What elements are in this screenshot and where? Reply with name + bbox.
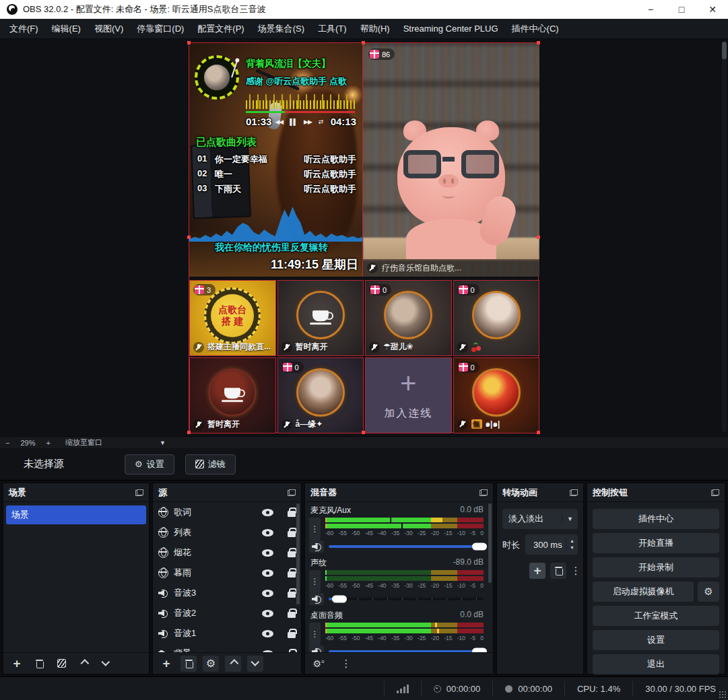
duration-spinner[interactable]: 300 ms ▲ ▼ <box>525 534 578 555</box>
join-link-tile[interactable]: + 加入连线 <box>365 357 452 433</box>
close-button[interactable]: ✕ <box>697 0 728 19</box>
resize-handle[interactable] <box>362 41 365 44</box>
guest-tile[interactable]: 3 点歌台搭 建 搭建主播同款直... <box>189 280 276 356</box>
source-row[interactable]: 音波2 <box>153 603 301 623</box>
guest-tile[interactable]: 暂时离开 <box>189 357 276 433</box>
lock-icon[interactable] <box>288 531 296 537</box>
guest-tile[interactable]: 0 å—缘✦ <box>277 357 364 433</box>
zoom-in-button[interactable]: + <box>40 439 55 447</box>
source-row[interactable]: 列表 <box>153 522 301 542</box>
add-source-button[interactable]: + <box>158 656 174 672</box>
channel-menu-button[interactable]: ⋮ <box>309 623 321 645</box>
advanced-audio-button[interactable]: ⚙o <box>310 656 327 672</box>
resize-handle[interactable] <box>537 41 540 44</box>
mute-toggle-button[interactable] <box>309 645 324 652</box>
remove-scene-button[interactable] <box>31 656 47 672</box>
resize-grip[interactable] <box>719 691 727 699</box>
visibility-eye-icon[interactable] <box>262 549 273 557</box>
slider-handle[interactable] <box>472 543 487 551</box>
visibility-eye-icon[interactable] <box>262 610 273 617</box>
menu-view[interactable]: 视图(V) <box>88 19 130 39</box>
transition-menu-button[interactable]: ⋮ <box>571 563 581 579</box>
channel-menu-button[interactable]: ⋮ <box>309 570 321 593</box>
mute-toggle-button[interactable] <box>309 593 324 605</box>
start-streaming-button[interactable]: 开始直播 <box>593 533 719 553</box>
lock-icon[interactable] <box>288 592 296 598</box>
source-row[interactable]: 音波1 <box>153 623 301 643</box>
properties-button[interactable]: ⚙ 设置 <box>125 454 174 475</box>
resize-handle[interactable] <box>187 431 191 434</box>
resize-handle[interactable] <box>187 41 191 44</box>
resize-handle[interactable] <box>362 431 365 434</box>
add-transition-button[interactable]: + <box>529 563 545 579</box>
guest-tile[interactable]: 0 ☂甜儿❀ <box>365 280 452 356</box>
resize-handle[interactable] <box>537 236 540 239</box>
exit-button[interactable]: 退出 <box>593 654 719 674</box>
lock-icon[interactable] <box>288 612 296 618</box>
studio-mode-button[interactable]: 工作室模式 <box>593 606 719 626</box>
remove-transition-button[interactable] <box>550 563 566 579</box>
menu-help[interactable]: 帮助(H) <box>354 19 397 39</box>
popout-icon[interactable] <box>135 489 143 496</box>
filters-button[interactable]: 滤镜 <box>185 454 236 475</box>
lock-icon[interactable] <box>288 551 296 557</box>
move-source-up-button[interactable] <box>225 656 241 672</box>
chevron-down-icon[interactable]: ▼ <box>160 440 166 446</box>
mute-toggle-button[interactable] <box>309 540 324 553</box>
guest-tile[interactable]: 暂时离开 <box>277 280 364 356</box>
source-row[interactable]: 音波3 <box>153 583 301 603</box>
resize-handle[interactable] <box>537 431 540 434</box>
preview-scrollbar[interactable] <box>722 42 727 432</box>
menu-edit[interactable]: 编辑(E) <box>45 19 88 39</box>
menu-plugin-center[interactable]: 插件中心(C) <box>505 19 566 39</box>
plugin-center-button[interactable]: 插件中心 <box>593 509 719 529</box>
menu-profile[interactable]: 配置文件(P) <box>191 19 251 39</box>
volume-slider[interactable] <box>329 545 484 548</box>
start-recording-button[interactable]: 开始录制 <box>593 557 719 578</box>
move-scene-down-button[interactable] <box>98 656 114 672</box>
source-row[interactable]: 烟花 <box>153 542 301 563</box>
mixer-scrollbar[interactable] <box>488 503 492 583</box>
lock-icon[interactable] <box>288 571 296 578</box>
add-scene-button[interactable]: + <box>9 656 25 672</box>
spin-up-icon[interactable]: ▲ <box>570 538 574 545</box>
visibility-eye-icon[interactable] <box>262 509 273 516</box>
popout-icon[interactable] <box>570 489 578 496</box>
source-row[interactable]: 暮雨 <box>153 563 301 583</box>
popout-icon[interactable] <box>711 489 719 496</box>
menu-docks[interactable]: 停靠窗口(D) <box>130 19 191 39</box>
visibility-eye-icon[interactable] <box>262 630 273 637</box>
source-row[interactable]: 歌词 <box>153 502 301 522</box>
volume-slider[interactable] <box>329 598 484 600</box>
move-source-down-button[interactable] <box>247 656 263 672</box>
guest-tile[interactable]: 0 無 ๑|๑| <box>453 357 540 433</box>
minimize-button[interactable]: − <box>635 0 666 19</box>
scene-filters-button[interactable] <box>53 656 69 672</box>
popout-icon[interactable] <box>479 489 488 496</box>
lock-icon[interactable] <box>288 511 296 517</box>
channel-menu-button[interactable]: ⋮ <box>309 518 321 540</box>
program-canvas[interactable]: 背着风流泪【文夫】 感谢 @听云点歌助手 点歌 01:33 ◀◀ ▌▌ ▶▶ ⇄… <box>189 42 539 433</box>
spin-down-icon[interactable]: ▼ <box>570 545 574 551</box>
sources-scrollbar[interactable] <box>296 503 300 604</box>
mixer-menu-button[interactable]: ⋮ <box>338 656 354 672</box>
menu-streaming-center[interactable]: Streaming Center PLUG <box>397 19 505 39</box>
fit-to-window-select[interactable]: 缩放至窗口 <box>65 438 139 448</box>
scene-list-item[interactable]: 场景 <box>6 505 146 524</box>
maximize-button[interactable]: □ <box>666 0 697 19</box>
menu-file[interactable]: 文件(F) <box>3 19 45 39</box>
menu-scene-collection[interactable]: 场景集合(S) <box>251 19 311 39</box>
guest-tile[interactable]: 0 <box>453 280 540 356</box>
move-scene-up-button[interactable] <box>75 656 92 672</box>
source-properties-button[interactable]: ⚙ <box>203 656 219 672</box>
settings-button[interactable]: 设置 <box>593 630 719 650</box>
remove-source-button[interactable] <box>180 656 197 672</box>
virtual-camera-button[interactable]: 启动虚拟摄像机 <box>593 582 694 602</box>
visibility-eye-icon[interactable] <box>262 569 273 577</box>
virtual-camera-settings-button[interactable]: ⚙ <box>698 582 719 602</box>
resize-handle[interactable] <box>187 236 191 239</box>
transition-select[interactable]: 淡入淡出 ▼ <box>502 509 578 529</box>
popout-icon[interactable] <box>288 489 296 496</box>
zoom-out-button[interactable]: − <box>0 439 15 447</box>
menu-tools[interactable]: 工具(T) <box>311 19 354 39</box>
